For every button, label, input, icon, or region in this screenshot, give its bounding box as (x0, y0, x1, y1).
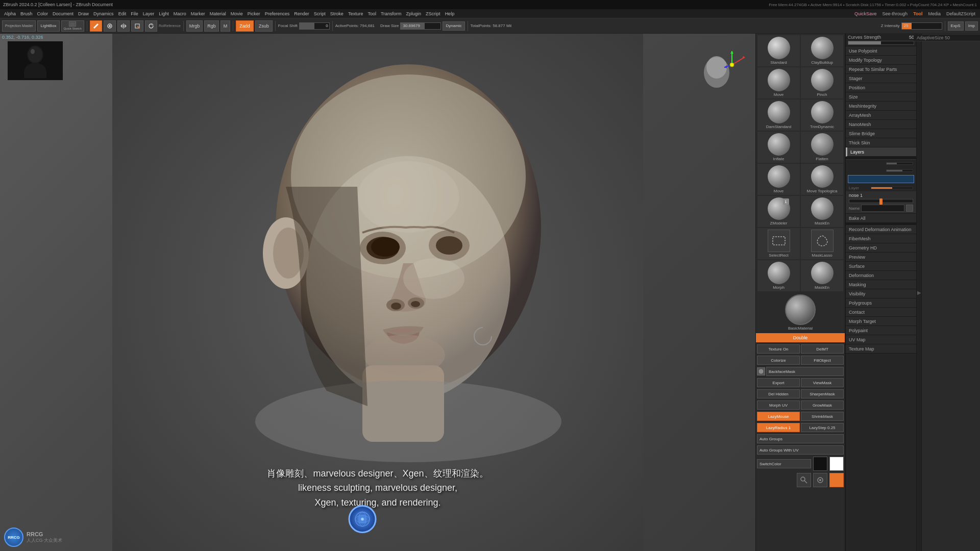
menu-texture[interactable]: Texture (346, 11, 365, 17)
defaultzscript[interactable]: DefaultZScript (944, 11, 978, 17)
geometry-hd-btn[interactable]: Geometry HD (846, 243, 916, 253)
brush-move[interactable]: Move (757, 67, 800, 98)
brush-pinch[interactable]: Pinch (801, 67, 843, 98)
mesh-integrity-btn[interactable]: MeshIntegrity (846, 102, 916, 111)
auto-groups-uv-btn[interactable]: Auto Groups With UV (757, 445, 844, 455)
brush-masken2[interactable]: MaskEn (801, 260, 843, 291)
lightbox-btn[interactable]: LightBox (37, 20, 59, 32)
layer-track[interactable] (871, 187, 913, 189)
polypaint-btn[interactable]: Polypaint (846, 326, 916, 335)
edit-btn[interactable] (90, 20, 102, 32)
draw-btn[interactable] (104, 20, 116, 32)
menu-light[interactable]: Light (157, 11, 171, 17)
collapse-arrow[interactable]: ▶ (917, 34, 922, 551)
menu-help[interactable]: Help (443, 11, 457, 17)
menu-color[interactable]: Color (35, 11, 51, 17)
tool-menu-right[interactable]: Tool (911, 11, 925, 17)
slime-bridge-btn[interactable]: Slime Bridge (846, 129, 916, 138)
quicksave[interactable]: QuickSave (852, 11, 879, 17)
zsub-btn[interactable]: Zsub (255, 20, 273, 32)
masking-btn[interactable]: Masking (846, 280, 916, 289)
morph-target-btn[interactable]: Morph Target (846, 317, 916, 326)
sharpenmask-btn[interactable]: SharpenMask (801, 389, 844, 398)
deformation-btn[interactable]: Deformation (846, 271, 916, 280)
colorize-btn[interactable]: Colorize (757, 356, 800, 365)
bake-all-btn[interactable]: Bake All (846, 214, 916, 223)
switchcolor-btn[interactable]: SwitchColor (757, 459, 811, 468)
menu-edit[interactable]: Edit (116, 11, 129, 17)
search-input[interactable] (848, 177, 914, 182)
color-swatch-zoom[interactable] (797, 473, 811, 487)
texture-on-btn[interactable]: Texture On (757, 344, 800, 354)
mrgb-btn[interactable]: Mrgb (186, 20, 203, 32)
brush-move-topo[interactable]: Move Topologica (801, 164, 843, 195)
polygroups-btn[interactable]: Polygroups (846, 298, 916, 308)
lazy-mouse-btn[interactable]: LazyMouse (757, 412, 800, 421)
menu-macro[interactable]: Macro (172, 11, 188, 17)
menu-zscript[interactable]: ZScript (424, 11, 443, 17)
menu-movie[interactable]: Movie (229, 11, 245, 17)
surface-btn[interactable]: Surface (846, 262, 916, 271)
menu-document[interactable]: Document (51, 11, 76, 17)
fillobject-btn[interactable]: FillObject (801, 356, 844, 365)
double-btn[interactable]: Double (756, 333, 845, 342)
growmask-btn[interactable]: GrowMask (801, 400, 844, 410)
viewmask-btn[interactable]: ViewMask (801, 378, 844, 387)
symmetry-track[interactable] (886, 162, 913, 165)
curves-strength-slider[interactable] (848, 41, 914, 45)
main-viewport[interactable]: 肖像雕刻、marvelous designer、Xgen、纹理和渲染。 like… (0, 34, 755, 551)
brush-inflate[interactable]: Inflate (757, 132, 800, 163)
texture-map-btn[interactable]: Texture Map (846, 344, 916, 354)
nose1-slider[interactable] (849, 199, 913, 203)
nav-gizmo[interactable] (701, 42, 747, 88)
menu-material[interactable]: Material (208, 11, 228, 17)
brush-standard[interactable]: Standard (757, 35, 800, 66)
see-through[interactable]: See-through (880, 11, 911, 17)
name-confirm[interactable] (906, 205, 913, 212)
del-hidden-btn[interactable]: Del Hidden (757, 389, 800, 398)
brush-masken[interactable]: MaskEn (801, 196, 843, 227)
lazy-step-btn[interactable]: LazyStep 0.25 (801, 423, 844, 432)
brush-morph[interactable]: Morph (757, 260, 800, 291)
name-input[interactable] (861, 205, 904, 212)
color-swatch-white[interactable] (829, 457, 844, 471)
morph-uv-btn[interactable]: Morph UV (757, 400, 800, 410)
scale-btn[interactable] (131, 20, 143, 32)
brush-zmodeler[interactable]: 1 ZModeler (757, 196, 800, 227)
color-swatch-orange[interactable] (829, 473, 844, 487)
uv-map-btn[interactable]: UV Map (846, 335, 916, 344)
brush-masklasso[interactable]: MaskLasso (801, 228, 843, 259)
basic-material-item[interactable]: BasicMaterial (756, 293, 845, 332)
preview-btn[interactable]: Preview (846, 253, 916, 262)
rotate-btn[interactable] (145, 20, 157, 32)
brush-flatten[interactable]: Flatten (801, 132, 843, 163)
boundary-track[interactable] (886, 169, 913, 172)
nano-mesh-btn[interactable]: NanoMesh (846, 120, 916, 129)
menu-tool[interactable]: Tool (365, 11, 378, 17)
projection-master-btn[interactable]: Projection Master (2, 20, 36, 32)
menu-dynamics[interactable]: Dynamics (91, 11, 116, 17)
move-btn[interactable] (117, 20, 130, 32)
menu-draw[interactable]: Draw (76, 11, 91, 17)
m-btn[interactable]: M (220, 20, 231, 32)
contact-btn[interactable]: Contact (846, 308, 916, 317)
menu-render[interactable]: Render (292, 11, 311, 17)
use-polypoint-btn[interactable]: Use Polypoint (846, 46, 916, 56)
repeat-similar-btn[interactable]: Repeat To Similar Parts (846, 65, 916, 74)
array-mesh-btn[interactable]: ArrayMesh (846, 111, 916, 120)
menu-transform[interactable]: Transform (379, 11, 404, 17)
dynamic-btn[interactable]: Dynamic (443, 21, 464, 31)
record-deformation-btn[interactable]: Record Deformation Animation (846, 225, 916, 234)
menu-brush[interactable]: Brush (18, 11, 35, 17)
layers-btn[interactable]: Layers (846, 147, 916, 157)
menu-zplugin[interactable]: Zplugin (404, 11, 424, 17)
quick-sketch-btn[interactable]: Quick Sketch (61, 20, 84, 32)
focal-shift-slider[interactable]: 0 (299, 22, 330, 30)
zadd-btn[interactable]: Zadd (236, 20, 254, 32)
backface-mask-btn[interactable]: BackfaceMask (766, 367, 844, 376)
menu-script[interactable]: Script (312, 11, 328, 17)
color-swatch-zoom2[interactable] (813, 473, 827, 487)
thumbnail[interactable] (7, 41, 63, 81)
export-btn[interactable]: Export (757, 378, 800, 387)
menu-picker[interactable]: Picker (246, 11, 262, 17)
